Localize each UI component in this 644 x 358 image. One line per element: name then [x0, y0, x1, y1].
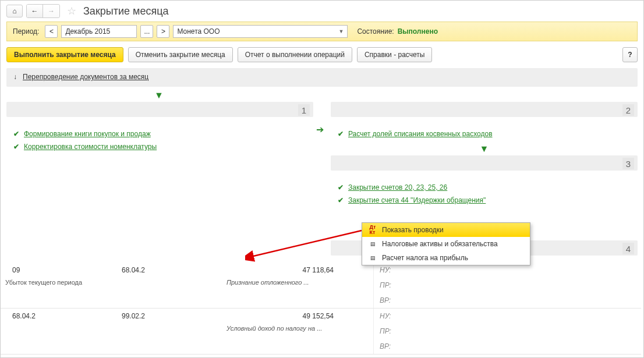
acc-credit: 99.02.2: [117, 309, 222, 324]
check-icon: ✔: [338, 196, 344, 204]
arrow-left-icon: ←: [31, 7, 38, 15]
repost-arrow-icon: ↓: [13, 73, 17, 81]
repost-link[interactable]: Перепроведение документов за месяц: [23, 73, 148, 81]
company-select[interactable]: Монета ООО ▼: [173, 25, 348, 38]
desc-right: Признание отложенного ...: [222, 278, 338, 289]
side-label: ВР:: [373, 293, 420, 308]
acc-debit: 09: [1, 263, 117, 278]
flow-arrow-down-icon: ▼: [331, 143, 638, 155]
side-label: НУ:: [373, 309, 420, 324]
block-1-body: ✔ Формирование книги покупок и продаж ✔ …: [6, 120, 313, 237]
amount: 49 152,54: [222, 309, 338, 324]
block-3-header: 3: [331, 155, 638, 171]
home-button[interactable]: ⌂: [6, 5, 23, 17]
block-1-header: 1: [6, 102, 313, 117]
operation-item: ✔ Расчет долей списания косвенных расход…: [338, 127, 631, 140]
execute-button[interactable]: Выполнить закрытие месяца: [6, 47, 123, 62]
operation-item: ✔ Закрытие счета 44 "Издержки обращения": [338, 194, 631, 207]
block-number: 2: [622, 104, 634, 116]
operation-link[interactable]: Формирование книги покупок и продаж: [24, 130, 151, 138]
block-2-header: 2: [331, 102, 638, 117]
doc-icon: ▤: [368, 240, 377, 248]
check-icon: ✔: [13, 143, 19, 151]
block-3-body: ✔ Закрытие счетов 20, 23, 25, 26 ✔ Закры…: [331, 174, 638, 214]
menu-income-tax[interactable]: ▤ Расчет налога на прибыль: [362, 251, 530, 265]
operation-link[interactable]: Расчет долей списания косвенных расходов: [348, 130, 493, 138]
chevron-down-icon: ▼: [339, 29, 344, 34]
check-icon: ✔: [338, 183, 344, 192]
help-button[interactable]: ?: [622, 47, 638, 62]
entries-table: 09 68.04.2 47 118,64 Убыток текущего пер…: [1, 263, 641, 355]
period-more-button[interactable]: ...: [140, 25, 153, 38]
block-number: 1: [298, 104, 310, 116]
side-label: ВР:: [373, 339, 420, 354]
desc-left: Убыток текущего периода: [1, 278, 222, 289]
desc-right: Условный доход по налогу на ...: [222, 324, 338, 335]
operation-link[interactable]: Корректировка стоимости номенклатуры: [24, 143, 157, 151]
operation-link[interactable]: Закрытие счетов 20, 23, 25, 26: [348, 183, 447, 192]
operation-item: ✔ Корректировка стоимости номенклатуры: [13, 140, 306, 153]
arrow-right-icon: →: [48, 7, 55, 15]
table-row: 68.04.2 99.02.2 49 152,54 Условный доход…: [1, 309, 641, 355]
side-label: ПР:: [373, 278, 420, 293]
period-next-button[interactable]: >: [157, 25, 169, 38]
operation-item: ✔ Формирование книги покупок и продаж: [13, 127, 306, 140]
block-number: 4: [622, 243, 634, 254]
period-bar: Период: < Декабрь 2015 ... > Монета ООО …: [6, 22, 638, 41]
status-value: Выполнено: [398, 27, 438, 36]
favorite-star-icon[interactable]: ☆: [67, 5, 76, 17]
back-button[interactable]: ←: [27, 5, 43, 17]
flow-arrow-right-icon: ➔: [316, 123, 324, 136]
table-row: 09 68.04.2 47 118,64 Убыток текущего пер…: [1, 263, 641, 309]
menu-tax-assets[interactable]: ▤ Налоговые активы и обязательства: [362, 237, 530, 251]
period-input[interactable]: Декабрь 2015: [61, 25, 137, 38]
check-icon: ✔: [338, 130, 344, 138]
context-menu: ДтКт Показать проводки ▤ Налоговые актив…: [362, 222, 530, 265]
acc-debit: 68.04.2: [1, 309, 117, 324]
operation-link[interactable]: Закрытие счета 44 "Издержки обращения": [348, 196, 486, 204]
repost-section: ↓ Перепроведение документов за месяц: [6, 68, 638, 87]
home-icon: ⌂: [12, 7, 16, 15]
menu-show-entries[interactable]: ДтКт Показать проводки: [362, 223, 530, 237]
check-icon: ✔: [13, 130, 19, 138]
report-button[interactable]: Отчет о выполнении операций: [238, 47, 352, 62]
operation-item: ✔ Закрытие счетов 20, 23, 25, 26: [338, 181, 631, 194]
flow-arrow-down-icon: ▼: [0, 89, 643, 102]
forward-button[interactable]: →: [43, 5, 59, 17]
page-title: Закрытие месяца: [83, 5, 168, 17]
period-prev-button[interactable]: <: [45, 25, 58, 38]
side-label: ПР:: [373, 324, 420, 339]
dtkt-icon: ДтКт: [368, 226, 377, 234]
acc-credit: 68.04.2: [117, 263, 222, 278]
period-label: Период:: [13, 27, 39, 36]
desc-left: [1, 324, 222, 335]
block-number: 3: [622, 158, 634, 169]
doc-icon: ▤: [368, 254, 377, 262]
amount: 47 118,64: [222, 263, 338, 278]
status-label: Состояние:: [357, 27, 394, 36]
cancel-close-button[interactable]: Отменить закрытие месяца: [128, 47, 233, 62]
refs-button[interactable]: Справки - расчеты: [357, 47, 432, 62]
block-2-body: ✔ Расчет долей списания косвенных расход…: [331, 120, 638, 143]
